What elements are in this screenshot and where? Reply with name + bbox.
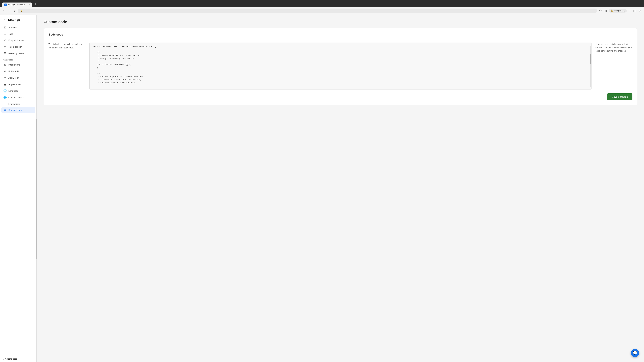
sidebar-item-appearance-label: Appearance — [8, 83, 21, 86]
url-input[interactable]: app.homerun.co/settings/custom-code — [24, 9, 594, 12]
sidebar-item-apply-form[interactable]: ✏ Apply form — [1, 75, 36, 81]
sidebar-title: Settings — [8, 18, 20, 22]
embed-jobs-icon: □ — [3, 102, 7, 105]
close-window-button[interactable]: ✕ — [638, 8, 642, 13]
address-bar[interactable]: 🔒 app.homerun.co/settings/custom-code — [18, 8, 597, 13]
settings-back-button[interactable]: ← — [3, 18, 6, 22]
recently-deleted-icon: 🗑 — [3, 52, 7, 55]
card-footer: Save changes — [48, 93, 632, 100]
sidebar-item-integrations-label: Integrations — [8, 63, 20, 66]
sidebar-item-apply-form-label: Apply form — [8, 77, 19, 79]
sidebar-item-recently-deleted-label: Recently deleted — [8, 52, 25, 55]
sidebar-item-integrations[interactable]: ⚙ Integrations — [1, 62, 36, 68]
body-code-description: The following code will be added at the … — [48, 42, 85, 50]
sidebar-item-appearance[interactable]: ◉ Appearance — [1, 81, 36, 87]
tab-close-button[interactable]: × — [29, 4, 30, 6]
sidebar-item-public-api[interactable]: ⇄ Public API — [1, 68, 36, 74]
browser-chrome: H Settings · Homerun × + — [0, 0, 644, 7]
maximize-button[interactable]: ▢ — [632, 8, 637, 13]
sidebar-item-disqualification[interactable]: ⊘ Disqualification — [1, 37, 36, 43]
main-content: Custom code Body code The following code… — [37, 15, 644, 362]
sidebar-item-public-api-label: Public API — [8, 70, 19, 72]
public-api-icon: ⇄ — [3, 70, 7, 73]
sources-icon: ⊡ — [3, 26, 7, 29]
customize-chevron-icon: ▾ — [14, 59, 14, 61]
appearance-icon: ◉ — [3, 83, 7, 86]
apply-form-icon: ✏ — [3, 76, 7, 79]
body-code-card-title: Body code — [48, 33, 632, 39]
active-tab[interactable]: H Settings · Homerun × — [2, 2, 32, 7]
app-layout: ← Settings ⊡ Sources □ Tags ⊘ Disqualifi… — [0, 15, 644, 362]
incognito-icon: 🕵 — [611, 9, 613, 12]
sidebar-header: ← Settings — [0, 15, 37, 24]
body-code-section: The following code will be added at the … — [48, 42, 632, 90]
sidebar-footer: HOMERUN — [0, 355, 37, 362]
code-validation-note: Homerun does not check or validate custo… — [596, 42, 632, 53]
sidebar-item-tags-label: Tags — [8, 33, 13, 35]
chat-widget-button[interactable]: 💬 — [631, 349, 639, 357]
chat-widget-icon: 💬 — [633, 351, 637, 355]
browser-toolbar: ← → ↻ 🔒 app.homerun.co/settings/custom-c… — [0, 7, 644, 15]
sidebar-item-sources-label: Sources — [8, 26, 17, 29]
customize-section-label: Customize ▾ — [1, 57, 36, 62]
toolbar-actions: ☆ ⊞ 🕵 Incognito (2) ‒ ▢ ✕ — [598, 8, 642, 13]
sidebar-item-talent-clipper-label: Talent clipper — [8, 45, 22, 48]
code-scrollbar-thumb — [590, 54, 591, 64]
sidebar-item-sources[interactable]: ⊡ Sources — [1, 24, 36, 30]
bookmark-button[interactable]: ☆ — [598, 8, 602, 13]
sidebar-item-embed-jobs-label: Embed jobs — [8, 103, 20, 105]
sidebar-item-language-label: Language — [8, 90, 18, 92]
code-editor-wrapper — [90, 42, 592, 90]
sidebar-scrollbar[interactable] — [36, 15, 37, 362]
back-button[interactable]: ← — [2, 8, 6, 13]
custom-code-icon: </> — [3, 109, 7, 111]
incognito-badge: 🕵 Incognito (2) — [609, 9, 627, 12]
language-icon: 🌐 — [3, 89, 7, 92]
tab-favicon: H — [4, 3, 7, 6]
page-title: Custom code — [44, 20, 637, 24]
sidebar-item-custom-code-label: Custom code — [8, 109, 22, 111]
forward-button[interactable]: → — [8, 8, 12, 13]
sidebar-item-custom-code[interactable]: </> Custom code — [1, 107, 36, 113]
sidebar-item-recently-deleted[interactable]: 🗑 Recently deleted — [1, 50, 36, 56]
homerun-logo: HOMERUN — [3, 358, 34, 361]
code-scrollbar[interactable] — [590, 46, 591, 87]
sidebar-item-embed-jobs[interactable]: □ Embed jobs — [1, 101, 36, 107]
sidebar-item-disqualification-label: Disqualification — [8, 39, 24, 41]
reload-button[interactable]: ↻ — [13, 8, 16, 13]
browser-tabs: H Settings · Homerun × + — [2, 1, 642, 7]
integrations-icon: ⚙ — [3, 63, 7, 66]
save-changes-button[interactable]: Save changes — [607, 93, 632, 100]
tab-title: Settings · Homerun — [8, 3, 25, 6]
sidebar-navigation: ⊡ Sources □ Tags ⊘ Disqualification ✂ Ta… — [0, 24, 37, 355]
disqualification-icon: ⊘ — [3, 39, 7, 42]
sidebar-item-tags[interactable]: □ Tags — [1, 31, 36, 37]
new-tab-button[interactable]: + — [33, 1, 38, 7]
code-editor[interactable] — [90, 42, 592, 89]
tags-icon: □ — [3, 32, 7, 35]
custom-domain-icon: 🌐 — [3, 96, 7, 99]
minimize-button[interactable]: ‒ — [628, 8, 631, 13]
sidebar-item-language[interactable]: 🌐 Language — [1, 88, 36, 94]
sidebar: ← Settings ⊡ Sources □ Tags ⊘ Disqualifi… — [0, 15, 37, 362]
sidebar-toggle-button[interactable]: ⊞ — [604, 8, 608, 13]
talent-clipper-icon: ✂ — [3, 45, 7, 48]
incognito-label: Incognito (2) — [614, 9, 625, 12]
sidebar-item-custom-domain-label: Custom domain — [8, 96, 24, 99]
sidebar-item-talent-clipper[interactable]: ✂ Talent clipper — [1, 44, 36, 50]
body-code-card: Body code The following code will be add… — [44, 28, 637, 105]
sidebar-scroll-thumb — [36, 119, 37, 259]
sidebar-item-custom-domain[interactable]: 🌐 Custom domain — [1, 94, 36, 100]
